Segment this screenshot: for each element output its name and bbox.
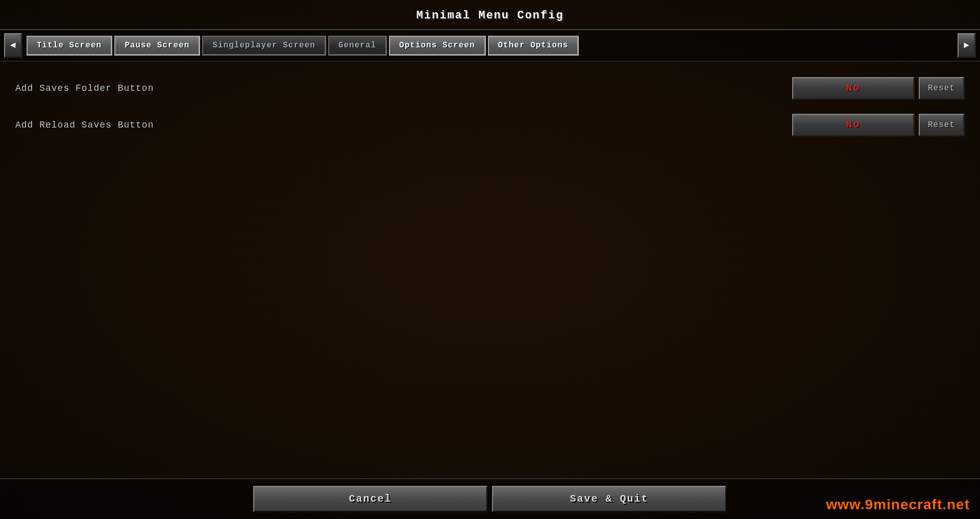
toggle-reload-saves[interactable]: No xyxy=(792,114,915,136)
tab-pause-screen[interactable]: Pause Screen xyxy=(114,36,200,56)
option-label-reload-saves: Add Reload Saves Button xyxy=(15,120,792,130)
tab-bar: ◄ Title Screen Pause Screen Singleplayer… xyxy=(0,29,980,62)
save-quit-button[interactable]: Save & Quit xyxy=(492,486,727,512)
main-container: Minimal Menu Config ◄ Title Screen Pause… xyxy=(0,0,980,519)
option-row-reload-saves: Add Reload Saves Button No Reset xyxy=(15,109,965,141)
tab-singleplayer-screen[interactable]: Singleplayer Screen xyxy=(202,36,326,56)
reset-saves-folder[interactable]: Reset xyxy=(919,77,965,100)
tabs-container: Title Screen Pause Screen Singleplayer S… xyxy=(22,30,958,61)
tab-other-options[interactable]: Other Options xyxy=(488,36,579,56)
toggle-saves-folder[interactable]: No xyxy=(792,77,915,100)
option-row-saves-folder: Add Saves Folder Button No Reset xyxy=(15,72,965,105)
page-title: Minimal Menu Config xyxy=(0,0,980,29)
option-controls-reload-saves: No Reset xyxy=(792,114,965,136)
bottom-buttons: Cancel Save & Quit xyxy=(153,486,827,512)
tab-general[interactable]: General xyxy=(328,36,387,56)
content-area: Add Saves Folder Button No Reset Add Rel… xyxy=(0,62,980,478)
tab-options-screen[interactable]: Options Screen xyxy=(389,36,485,56)
tab-title-screen[interactable]: Title Screen xyxy=(27,36,112,56)
nav-left-arrow[interactable]: ◄ xyxy=(4,33,22,58)
reset-reload-saves[interactable]: Reset xyxy=(919,114,965,136)
option-controls-saves-folder: No Reset xyxy=(792,77,965,100)
cancel-button[interactable]: Cancel xyxy=(253,486,488,512)
watermark: www.9minecraft.net xyxy=(826,497,970,513)
bottom-bar: Cancel Save & Quit www.9minecraft.net xyxy=(0,478,980,519)
nav-right-arrow[interactable]: ► xyxy=(958,33,976,58)
option-label-saves-folder: Add Saves Folder Button xyxy=(15,83,792,93)
